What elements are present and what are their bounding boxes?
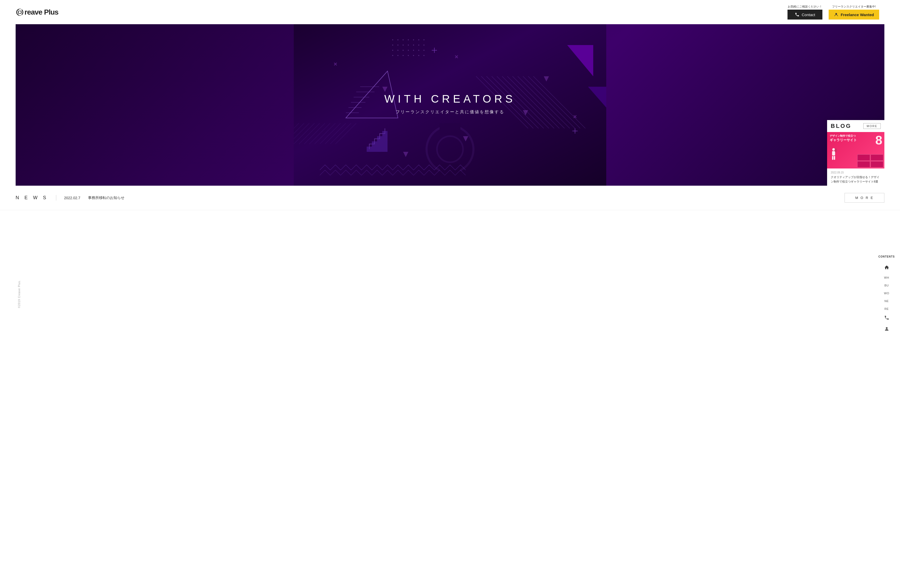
svg-point-63	[413, 45, 414, 46]
svg-rect-92	[439, 163, 461, 175]
svg-point-79	[424, 55, 425, 56]
freelance-btn-label: Freelance Wanted	[841, 12, 874, 17]
blog-title: BLOG	[831, 123, 852, 129]
svg-point-97	[835, 148, 837, 152]
logo-text: reave Plus	[25, 8, 58, 16]
blog-img-line1: デザイン制作で役立つ	[830, 134, 857, 138]
contact-cta: お気軽にご相談ください！ Contact	[787, 5, 822, 20]
svg-rect-88	[382, 131, 388, 152]
news-text: 事務所移転のお知らせ	[88, 195, 124, 200]
svg-point-78	[418, 55, 419, 56]
hero-main-title: WITH CREATORS	[384, 93, 516, 105]
svg-point-62	[408, 45, 409, 46]
blog-card-header: BLOG MORE	[827, 120, 884, 132]
blog-image: デザイン制作で役立つ ギャラリーサイト 8	[827, 132, 884, 169]
blog-img-number: 8	[875, 134, 882, 147]
hero-subtitle: フリーランスクリエイターと共に価値を想像する	[384, 109, 516, 115]
svg-point-73	[392, 55, 393, 56]
svg-point-58	[424, 39, 425, 40]
svg-point-57	[418, 39, 419, 40]
logo[interactable]: reave Plus	[16, 8, 58, 16]
svg-point-72	[424, 50, 425, 51]
blog-card: BLOG MORE デザイン制作で役立つ ギャラリーサイト 8	[827, 120, 884, 186]
svg-point-56	[413, 39, 414, 40]
svg-point-75	[403, 55, 403, 56]
svg-rect-2	[19, 9, 22, 11]
svg-point-93	[832, 148, 835, 150]
svg-point-64	[418, 45, 419, 46]
svg-point-76	[408, 55, 409, 56]
person-icon	[834, 12, 838, 17]
svg-point-4	[835, 13, 837, 15]
news-more-button[interactable]: M O R E	[844, 193, 884, 203]
news-section: N E W S 2022.02.7 事務所移転のお知らせ M O R E	[0, 186, 900, 210]
blog-date: 2022.09.15	[831, 171, 881, 174]
news-date: 2022.02.7	[64, 196, 80, 200]
svg-point-54	[403, 39, 403, 40]
svg-rect-87	[377, 136, 382, 152]
svg-point-65	[424, 45, 425, 46]
blog-description: クオリティアップが目指せる！デザイン制作で役立つギャラリーサイト8選	[831, 175, 881, 184]
freelance-button[interactable]: Freelance Wanted	[829, 9, 879, 20]
svg-rect-85	[367, 147, 372, 152]
svg-point-53	[397, 39, 399, 40]
svg-point-77	[413, 55, 414, 56]
freelance-label: フリーランスクリエイター募集中!	[832, 5, 876, 9]
svg-rect-94	[832, 151, 835, 155]
header-cta-group: お気軽にご相談ください！ Contact フリーランスクリエイター募集中! Fr…	[787, 5, 879, 20]
figure-illustration	[830, 147, 838, 161]
contact-label: お気軽にご相談ください！	[788, 5, 822, 9]
svg-point-71	[418, 50, 419, 51]
news-label: N E W S	[16, 195, 56, 200]
svg-point-66	[392, 50, 393, 51]
svg-rect-3	[19, 14, 22, 16]
svg-point-70	[413, 50, 414, 51]
contact-button[interactable]: Contact	[787, 9, 822, 20]
phone-icon	[795, 12, 799, 17]
blog-img-text: デザイン制作で役立つ ギャラリーサイト	[830, 134, 857, 143]
svg-point-67	[397, 50, 399, 51]
blog-img-line2: ギャラリーサイト	[830, 138, 857, 143]
contact-btn-label: Contact	[802, 12, 815, 17]
header: reave Plus お気軽にご相談ください！ Contact フリーランスクリ…	[0, 0, 900, 24]
svg-rect-96	[834, 156, 835, 160]
svg-point-59	[392, 45, 393, 46]
news-content: 2022.02.7 事務所移転のお知らせ	[56, 195, 844, 200]
freelance-cta: フリーランスクリエイター募集中! Freelance Wanted	[829, 5, 879, 20]
logo-icon	[16, 8, 24, 16]
svg-point-1	[18, 11, 21, 14]
svg-point-61	[403, 45, 403, 46]
svg-point-52	[392, 39, 393, 40]
svg-point-69	[408, 50, 409, 51]
hero-text: WITH CREATORS フリーランスクリエイターと共に価値を想像する	[384, 93, 516, 115]
svg-point-68	[403, 50, 403, 51]
svg-rect-95	[832, 156, 833, 160]
svg-rect-91	[439, 123, 461, 135]
svg-point-55	[408, 39, 409, 40]
blog-img-content: デザイン制作で役立つ ギャラリーサイト 8	[827, 132, 884, 169]
grid-layout	[857, 154, 883, 168]
svg-point-74	[397, 55, 399, 56]
blog-meta: 2022.09.15 クオリティアップが目指せる！デザイン制作で役立つギャラリー…	[827, 169, 884, 186]
svg-rect-86	[372, 141, 377, 152]
hero-section: WITH CREATORS フリーランスクリエイターと共に価値を想像する BLO…	[16, 24, 884, 186]
blog-more-button[interactable]: MORE	[863, 123, 881, 129]
svg-point-60	[397, 45, 399, 46]
